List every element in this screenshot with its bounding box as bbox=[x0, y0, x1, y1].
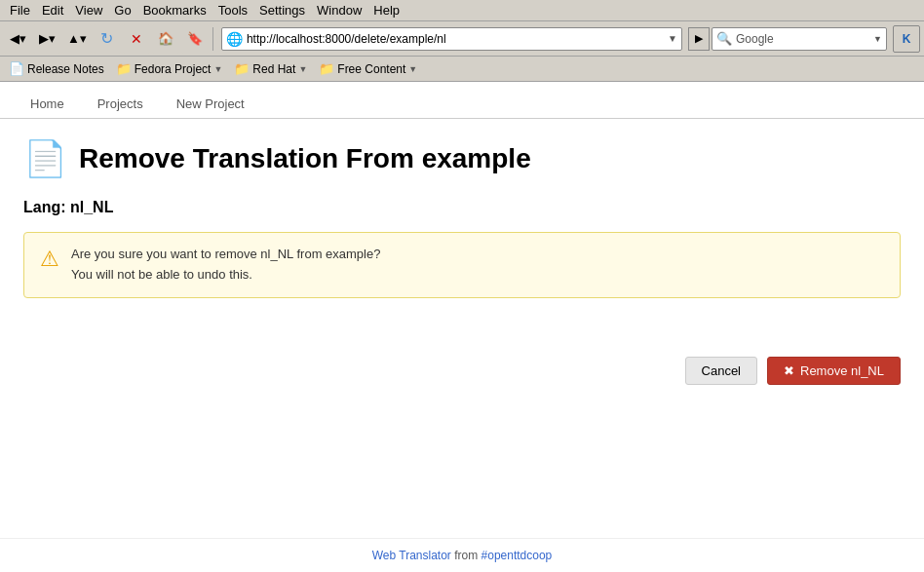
up-icon: ▲ bbox=[67, 31, 80, 46]
address-dropdown-icon[interactable]: ▼ bbox=[668, 33, 677, 44]
stop-button[interactable]: ✕ bbox=[123, 24, 150, 54]
cancel-button[interactable]: Cancel bbox=[685, 357, 757, 385]
bookmarks-bar: 📄 Release Notes 📁 Fedora Project ▼ 📁 Red… bbox=[0, 57, 924, 82]
search-bar[interactable]: 🔍 Google ▼ bbox=[712, 27, 887, 51]
menu-window[interactable]: Window bbox=[311, 1, 367, 19]
bookmark-release-notes-label: Release Notes bbox=[27, 62, 104, 76]
reload-button[interactable]: ↻ bbox=[94, 24, 121, 54]
bookmark-red-hat[interactable]: 📁 Red Hat ▼ bbox=[231, 60, 310, 77]
tab-home[interactable]: Home bbox=[16, 90, 79, 118]
menu-bar: File Edit View Go Bookmarks Tools Settin… bbox=[0, 0, 924, 21]
warning-line2: You will not be able to undo this. bbox=[71, 265, 380, 286]
nav-tabs: Home Projects New Project bbox=[0, 82, 924, 119]
home-button[interactable]: 🏠 bbox=[152, 24, 179, 54]
menu-go[interactable]: Go bbox=[108, 1, 136, 19]
remove-button[interactable]: ✖ Remove nl_NL bbox=[767, 357, 901, 385]
lang-label: Lang: nl_NL bbox=[23, 199, 901, 216]
menu-edit[interactable]: Edit bbox=[36, 1, 69, 19]
free-content-dropdown-icon: ▼ bbox=[408, 64, 417, 74]
bookmark-free-content[interactable]: 📁 Free Content ▼ bbox=[316, 60, 420, 77]
search-dropdown-icon[interactable]: ▼ bbox=[873, 34, 882, 44]
free-content-icon: 📁 bbox=[319, 61, 334, 76]
fedora-project-icon: 📁 bbox=[116, 61, 132, 76]
toolbar: ◀▾ ▶▾ ▲▾ ↻ ✕ 🏠 🔖 🌐 http://localhost:8000… bbox=[0, 21, 924, 57]
page-title-icon: 📄 bbox=[23, 138, 67, 179]
go-button[interactable]: ▶ bbox=[688, 27, 710, 51]
content-area: Home Projects New Project 📄 Remove Trans… bbox=[0, 82, 924, 572]
fedora-dropdown-icon: ▼ bbox=[213, 64, 222, 74]
menu-bookmarks[interactable]: Bookmarks bbox=[137, 1, 212, 19]
warning-box: ⚠ Are you sure you want to remove nl_NL … bbox=[23, 232, 901, 298]
footer: Web Translator from #openttdcoop bbox=[0, 538, 924, 572]
back-icon: ◀ bbox=[10, 31, 19, 46]
globe-icon: 🌐 bbox=[226, 31, 243, 47]
warning-text: Are you sure you want to remove nl_NL fr… bbox=[71, 245, 380, 286]
red-hat-dropdown-icon: ▼ bbox=[298, 64, 307, 74]
address-text: http://localhost:8000/delete/example/nl bbox=[247, 32, 668, 46]
footer-openttdcoop-link[interactable]: #openttdcoop bbox=[481, 549, 553, 562]
address-bar[interactable]: 🌐 http://localhost:8000/delete/example/n… bbox=[221, 27, 682, 51]
bookmark-red-hat-label: Red Hat bbox=[252, 62, 295, 76]
back-button[interactable]: ◀▾ bbox=[4, 24, 31, 54]
page-title-area: 📄 Remove Translation From example bbox=[23, 138, 901, 179]
bookmark-add-button[interactable]: 🔖 bbox=[181, 24, 209, 54]
bookmark-fedora-project-label: Fedora Project bbox=[135, 62, 212, 76]
page-title: Remove Translation From example bbox=[79, 143, 531, 174]
stop-icon: ✕ bbox=[131, 31, 142, 47]
footer-web-translator-link[interactable]: Web Translator bbox=[372, 549, 451, 562]
bookmark-fedora-project[interactable]: 📁 Fedora Project ▼ bbox=[113, 60, 226, 77]
bookmark-release-notes[interactable]: 📄 Release Notes bbox=[6, 60, 107, 77]
menu-tools[interactable]: Tools bbox=[212, 1, 253, 19]
page-content: 📄 Remove Translation From example Lang: … bbox=[0, 119, 924, 538]
bookmark-add-icon: 🔖 bbox=[187, 31, 203, 46]
menu-settings[interactable]: Settings bbox=[253, 1, 311, 19]
remove-icon: ✖ bbox=[784, 363, 794, 378]
remove-label: Remove nl_NL bbox=[800, 363, 884, 378]
tab-new-project[interactable]: New Project bbox=[162, 90, 259, 118]
forward-icon: ▶ bbox=[39, 31, 49, 46]
kde-logo-button[interactable]: K bbox=[893, 25, 920, 53]
tab-projects[interactable]: Projects bbox=[83, 90, 158, 118]
search-text: Google bbox=[736, 32, 873, 46]
menu-file[interactable]: File bbox=[4, 1, 36, 19]
menu-view[interactable]: View bbox=[69, 1, 108, 19]
reload-icon: ↻ bbox=[100, 29, 113, 48]
warning-icon: ⚠ bbox=[40, 247, 59, 272]
kde-icon: K bbox=[903, 32, 911, 46]
action-row: Cancel ✖ Remove nl_NL bbox=[23, 357, 901, 385]
forward-button[interactable]: ▶▾ bbox=[33, 24, 60, 54]
red-hat-icon: 📁 bbox=[234, 61, 250, 76]
footer-from-text: from bbox=[454, 549, 478, 562]
go-arrow-icon: ▶ bbox=[695, 32, 703, 45]
toolbar-separator bbox=[212, 27, 213, 51]
release-notes-icon: 📄 bbox=[9, 61, 24, 76]
search-icon: 🔍 bbox=[716, 31, 732, 46]
bookmark-free-content-label: Free Content bbox=[337, 62, 405, 76]
warning-line1: Are you sure you want to remove nl_NL fr… bbox=[71, 245, 380, 265]
menu-help[interactable]: Help bbox=[367, 1, 405, 19]
home-icon: 🏠 bbox=[158, 31, 173, 46]
up-button[interactable]: ▲▾ bbox=[62, 24, 92, 54]
